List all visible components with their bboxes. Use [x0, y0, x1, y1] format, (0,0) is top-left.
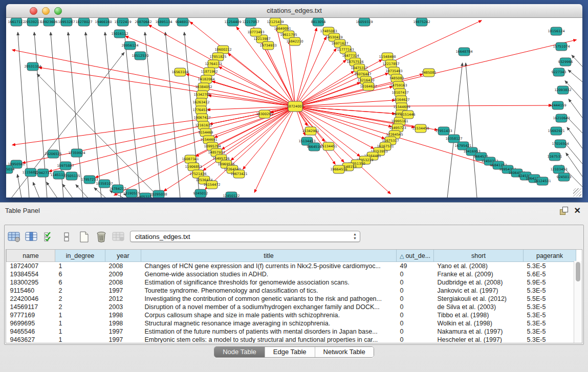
- column-header-pagerank[interactable]: pagerank: [524, 250, 576, 262]
- tab-edge-table[interactable]: Edge Table: [265, 347, 315, 357]
- teal-node[interactable]: 11254409: [224, 18, 241, 26]
- teal-node[interactable]: 17016504: [552, 140, 569, 148]
- teal-node[interactable]: 12103453: [550, 165, 567, 173]
- teal-node[interactable]: 17359924: [68, 149, 85, 157]
- yellow-node[interactable]: 15342706: [193, 91, 210, 99]
- teal-node[interactable]: 18923606: [40, 18, 57, 26]
- table-row[interactable]: 2242004622012Investigating the contribut…: [7, 295, 576, 303]
- yellow-node[interactable]: 16563104: [171, 68, 188, 76]
- svg-text:16895134: 16895134: [155, 20, 172, 24]
- window-titlebar[interactable]: citations_edges.txt: [6, 4, 582, 18]
- table-header-row[interactable]: name in_degree year title △out_de... sho…: [7, 250, 576, 262]
- yellow-node[interactable]: 14182064: [198, 75, 214, 83]
- svg-text:1167531: 1167531: [548, 155, 562, 159]
- close-panel-icon[interactable]: ✕: [574, 207, 581, 215]
- teal-node[interactable]: 17951433: [435, 127, 452, 135]
- teal-node[interactable]: 15722419: [114, 18, 131, 26]
- teal-node[interactable]: 18156124: [548, 27, 564, 35]
- table-row[interactable]: 977716911998Corpus callosum shape and si…: [7, 311, 576, 319]
- teal-node[interactable]: 18278027: [75, 18, 92, 26]
- tab-node-table[interactable]: Node Table: [214, 347, 265, 357]
- teal-node[interactable]: 16059319: [356, 18, 373, 26]
- table-row[interactable]: 946554611997Estimation of the future num…: [7, 327, 576, 336]
- cell-out-degree: 0: [397, 287, 434, 295]
- teal-node[interactable]: 18512530: [132, 52, 148, 60]
- teal-node[interactable]: 19875242: [413, 18, 430, 26]
- desktop-background: citations_edges.txt 18600212178518251276…: [0, 0, 588, 202]
- create-column-icon[interactable]: [76, 230, 92, 244]
- teal-node[interactable]: 16648784: [455, 48, 472, 56]
- teal-node[interactable]: 9245012: [193, 189, 208, 198]
- modify-table-icon[interactable]: [7, 230, 22, 244]
- show-columns-icon[interactable]: [24, 230, 39, 244]
- yellow-node[interactable]: 18724007: [287, 101, 303, 112]
- network-view-window[interactable]: citations_edges.txt 18600212178518251276…: [6, 4, 582, 198]
- teal-node[interactable]: 16895134: [155, 18, 172, 26]
- column-header-year[interactable]: year: [105, 250, 141, 262]
- teal-node[interactable]: 1167531: [548, 152, 562, 161]
- table-row[interactable]: 1456911722003Disruption of a novel membe…: [7, 303, 576, 311]
- svg-text:11871962: 11871962: [201, 70, 217, 74]
- yellow-node[interactable]: 19067427: [193, 114, 210, 122]
- scrollbar-thumb[interactable]: [576, 262, 580, 281]
- table-row[interactable]: 946362711997Embryonic stem cells: a mode…: [7, 336, 576, 343]
- table-row[interactable]: 969969511998Structural magnetic resonanc…: [7, 319, 576, 327]
- column-header-short[interactable]: short: [434, 250, 524, 262]
- svg-text:11254409: 11254409: [224, 20, 241, 24]
- table-scrollbar[interactable]: [574, 261, 582, 343]
- teal-node[interactable]: 16210643: [553, 114, 570, 122]
- yellow-node[interactable]: 16263412: [192, 98, 209, 106]
- delete-column-icon[interactable]: [94, 230, 109, 244]
- teal-node[interactable]: 9245013: [557, 173, 572, 181]
- table-select-dropdown[interactable]: citations_edges.txt ▲▼: [130, 231, 360, 242]
- svg-text:9154469: 9154469: [199, 130, 213, 135]
- column-header-in-degree[interactable]: in_degree: [55, 250, 105, 262]
- column-header-name[interactable]: name: [7, 250, 55, 262]
- teal-node[interactable]: 20295038: [150, 190, 167, 198]
- teal-node[interactable]: 12450122: [223, 192, 239, 198]
- teal-node[interactable]: 10953287: [58, 18, 75, 26]
- teal-node[interactable]: 12444159: [549, 101, 566, 110]
- teal-node[interactable]: 15016112: [111, 30, 128, 38]
- table-row[interactable]: 1938455462009Genome-wide association stu…: [7, 270, 576, 278]
- yellow-node[interactable]: 15134451: [320, 142, 337, 150]
- svg-text:20531104: 20531104: [24, 64, 41, 69]
- teal-node[interactable]: 9329966: [558, 58, 573, 66]
- teal-node[interactable]: 16617112: [8, 18, 25, 26]
- teal-node[interactable]: 9227343: [552, 68, 567, 76]
- yellow-node[interactable]: 18384052: [195, 83, 212, 91]
- yellow-node[interactable]: 11871962: [201, 68, 217, 76]
- yellow-node[interactable]: 11534458: [412, 124, 429, 133]
- select-columns-icon[interactable]: [41, 230, 57, 244]
- svg-text:20956124: 20956124: [121, 43, 138, 48]
- table-row[interactable]: 911546021997Tourette syndrome. Phenomeno…: [7, 287, 576, 295]
- window-resize-grip[interactable]: [573, 188, 581, 196]
- tab-network-table[interactable]: Network Table: [315, 347, 374, 357]
- svg-text:18300295: 18300295: [256, 112, 273, 116]
- column-header-title[interactable]: title: [141, 250, 397, 262]
- yellow-node[interactable]: 9151446: [401, 111, 416, 119]
- teal-node[interactable]: 19466160: [95, 18, 112, 26]
- teal-node[interactable]: 12093832: [554, 86, 571, 94]
- table-row[interactable]: 1830029562008Estimation of significance …: [7, 278, 576, 287]
- teal-node[interactable]: 20531104: [24, 62, 41, 71]
- teal-node[interactable]: 8813054: [311, 18, 326, 26]
- column-header-out-degree[interactable]: △out_de...: [397, 250, 434, 262]
- teal-node[interactable]: 20870642: [135, 18, 151, 26]
- yellow-node[interactable]: 7485081: [422, 69, 437, 77]
- svg-text:15692921: 15692921: [548, 129, 564, 133]
- yellow-node[interactable]: 17764511: [192, 106, 209, 114]
- teal-node[interactable]: 15751074: [553, 42, 570, 51]
- row-height-icon[interactable]: [59, 230, 74, 244]
- teal-node[interactable]: 12217057: [242, 18, 259, 26]
- teal-node[interactable]: 9664516: [307, 143, 322, 151]
- teal-node[interactable]: 20956124: [121, 41, 138, 50]
- float-panel-icon[interactable]: [560, 207, 568, 215]
- network-graph[interactable]: 1860021217851825127641731187196214182064…: [6, 18, 582, 198]
- svg-text:19067427: 19067427: [193, 116, 210, 120]
- network-canvas[interactable]: 1860021217851825127641731187196214182064…: [6, 18, 582, 198]
- teal-node[interactable]: 15692921: [548, 127, 564, 135]
- table-row[interactable]: 1872400712008Changes of HCN gene express…: [7, 262, 576, 271]
- teal-node[interactable]: 9046917: [176, 18, 190, 26]
- teal-node[interactable]: 20539213: [24, 18, 41, 26]
